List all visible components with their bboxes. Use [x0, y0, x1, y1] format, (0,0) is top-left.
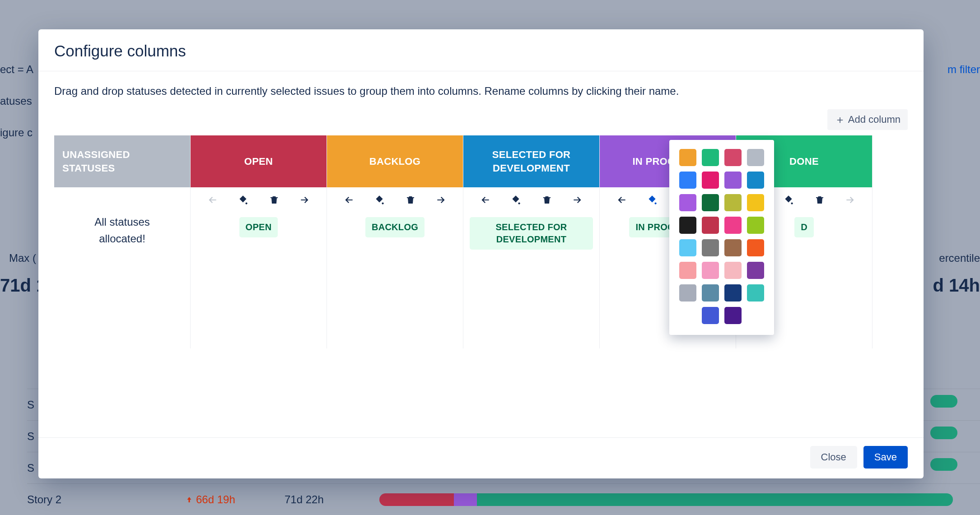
color-swatch[interactable]	[724, 194, 742, 211]
color-swatch[interactable]	[679, 194, 696, 211]
column-header[interactable]: BACKLOG	[327, 135, 463, 187]
column-body[interactable]: All statuses allocated!	[54, 187, 190, 348]
bg-metric-left-label: Max (	[9, 252, 36, 264]
color-swatch[interactable]	[724, 172, 742, 189]
bg-progress-pill	[930, 458, 957, 471]
close-button[interactable]: Close	[810, 446, 857, 469]
column-header[interactable]: OPEN	[191, 135, 327, 187]
color-swatch[interactable]	[679, 284, 696, 302]
color-swatch[interactable]	[724, 284, 742, 302]
dialog-title: Configure columns	[54, 42, 908, 60]
instructions-text: Drag and drop statuses detected in curre…	[38, 85, 924, 109]
color-swatch[interactable]	[702, 149, 719, 166]
color-swatch[interactable]	[724, 239, 742, 256]
color-swatch[interactable]	[679, 217, 696, 234]
color-icon[interactable]	[646, 194, 658, 206]
color-swatch[interactable]	[702, 284, 719, 302]
bg-story-row: Story 2 66d 19h 71d 22h	[27, 483, 980, 515]
color-icon[interactable]	[373, 194, 386, 206]
columns-area: UNASSIGNED STATUSESAll statuses allocate…	[38, 135, 924, 348]
color-swatch[interactable]	[747, 172, 764, 189]
move-right-icon[interactable]	[299, 194, 311, 206]
column-body[interactable]: OPEN	[191, 213, 327, 348]
status-chip[interactable]: SELECTED FOR DEVELOPMENT	[470, 217, 593, 250]
move-left-icon	[206, 194, 219, 206]
move-right-icon[interactable]	[435, 194, 448, 206]
status-chip[interactable]: D	[794, 217, 814, 237]
bg-story-dur2: 71d 22h	[285, 493, 357, 506]
status-chip[interactable]: OPEN	[239, 217, 278, 237]
color-swatch[interactable]	[702, 307, 719, 324]
color-icon[interactable]	[237, 194, 249, 206]
dialog-header: Configure columns	[38, 29, 924, 71]
move-right-icon[interactable]	[571, 194, 584, 206]
delete-icon[interactable]	[404, 194, 417, 206]
color-swatch[interactable]	[747, 217, 764, 234]
color-swatch[interactable]	[724, 149, 742, 166]
color-swatch[interactable]	[724, 217, 742, 234]
configure-columns-dialog: Configure columns Drag and drop statuses…	[38, 29, 924, 478]
delete-icon[interactable]	[541, 194, 553, 206]
color-swatch[interactable]	[724, 307, 742, 324]
bg-story-name: Story 2	[27, 493, 163, 506]
column-backlog: BACKLOGBACKLOG	[327, 135, 463, 348]
bg-story-bar	[379, 493, 953, 506]
bg-story-dur1: 66d 19h	[185, 493, 262, 506]
status-chip[interactable]: BACKLOG	[365, 217, 425, 237]
bg-right-link: m filter	[947, 63, 980, 76]
column-open: OPENOPEN	[191, 135, 327, 348]
color-swatch[interactable]	[702, 217, 719, 234]
move-right-icon	[844, 194, 857, 206]
color-swatch[interactable]	[679, 262, 696, 279]
move-left-icon[interactable]	[615, 194, 628, 206]
color-swatch[interactable]	[679, 172, 696, 189]
color-icon[interactable]	[509, 194, 522, 206]
color-picker-popover	[669, 140, 774, 335]
unassigned-message: All statuses allocated!	[61, 192, 184, 247]
column-header[interactable]: SELECTED FOR DEVELOPMENT	[463, 135, 599, 187]
color-icon[interactable]	[782, 194, 795, 206]
color-swatch[interactable]	[702, 172, 719, 189]
bg-story-dur1-text: 66d 19h	[196, 493, 235, 506]
column-header: UNASSIGNED STATUSES	[54, 135, 190, 187]
bg-metric-right-label: ercentile	[939, 252, 980, 264]
column-actions	[463, 187, 599, 213]
column-selected: SELECTED FOR DEVELOPMENTSELECTED FOR DEV…	[463, 135, 600, 348]
color-swatch[interactable]	[747, 284, 764, 302]
color-swatch[interactable]	[747, 194, 764, 211]
color-swatch[interactable]	[702, 262, 719, 279]
delete-icon[interactable]	[813, 194, 826, 206]
save-button[interactable]: Save	[863, 446, 908, 469]
column-unassigned: UNASSIGNED STATUSESAll statuses allocate…	[54, 135, 191, 348]
add-column-label: Add column	[848, 114, 901, 125]
bg-progress-pill	[930, 395, 957, 408]
color-swatch[interactable]	[747, 262, 764, 279]
dialog-body: Drag and drop statuses detected in curre…	[38, 71, 924, 437]
column-actions	[327, 187, 463, 213]
bg-progress-pill	[930, 427, 957, 439]
column-body[interactable]: SELECTED FOR DEVELOPMENT	[463, 213, 599, 348]
add-column-button[interactable]: ＋ Add column	[827, 109, 908, 130]
color-swatch[interactable]	[702, 194, 719, 211]
dialog-footer: Close Save	[38, 437, 924, 478]
color-swatch[interactable]	[702, 239, 719, 256]
bg-fragment-3: igure c	[0, 126, 33, 139]
column-body[interactable]: BACKLOG	[327, 213, 463, 348]
column-actions	[191, 187, 327, 213]
bg-fragment-1: ect = A	[0, 63, 33, 76]
color-swatch[interactable]	[747, 149, 764, 166]
move-left-icon[interactable]	[342, 194, 355, 206]
bg-fragment-2: atuses	[0, 95, 32, 107]
bg-metric-right-value: d 14h	[933, 275, 980, 296]
move-left-icon[interactable]	[479, 194, 491, 206]
delete-icon[interactable]	[268, 194, 280, 206]
color-swatch[interactable]	[747, 239, 764, 256]
color-swatch[interactable]	[679, 149, 696, 166]
color-swatch[interactable]	[724, 262, 742, 279]
color-swatch[interactable]	[679, 239, 696, 256]
plus-icon: ＋	[835, 114, 845, 125]
